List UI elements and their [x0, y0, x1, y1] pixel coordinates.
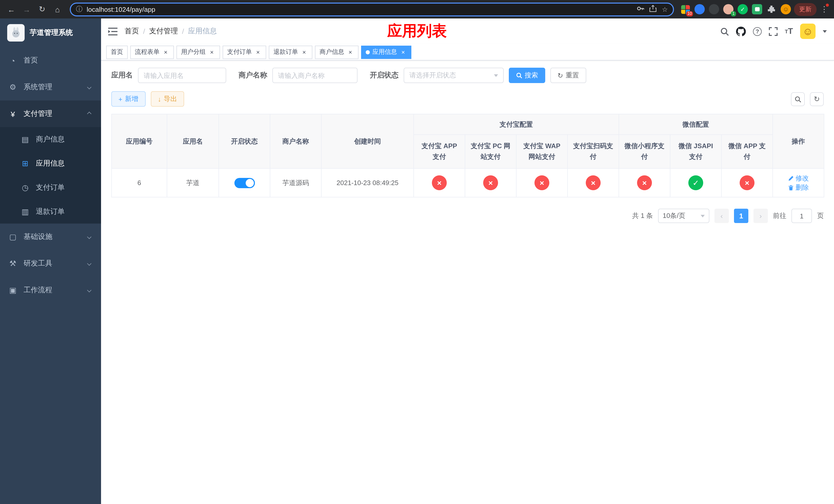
- site-info-icon[interactable]: ⓘ: [76, 5, 83, 14]
- sidebar-item-infrastructure[interactable]: ▢ 基础设施: [0, 224, 101, 250]
- tab-pay-orders[interactable]: 支付订单×: [223, 45, 266, 59]
- browser-home-icon[interactable]: ⌂: [51, 3, 64, 15]
- address-bar[interactable]: ⓘ localhost:1024/pay/app ☆: [70, 2, 674, 16]
- breadcrumb: 首页 / 支付管理 / 应用信息: [125, 27, 217, 36]
- extension-badge: 10: [686, 11, 693, 17]
- help-icon[interactable]: ?: [753, 27, 762, 36]
- extension-drop-icon[interactable]: [695, 4, 705, 14]
- col-alipay-pc: 支付宝 PC 网站支付: [465, 135, 516, 168]
- prev-page-icon[interactable]: ‹: [715, 209, 729, 223]
- sidebar-item-home[interactable]: ◔ 首页: [0, 47, 101, 74]
- update-notification-dot: [826, 4, 829, 7]
- next-page-icon[interactable]: ›: [753, 209, 768, 223]
- sidebar-item-payment[interactable]: ¥ 支付管理: [0, 100, 101, 127]
- search-button[interactable]: 搜索: [509, 68, 545, 83]
- delete-button[interactable]: 删除: [788, 183, 809, 192]
- github-icon[interactable]: [736, 26, 746, 36]
- tab-user-group[interactable]: 用户分组×: [176, 45, 220, 59]
- sidebar-item-pay-orders[interactable]: ◷ 支付订单: [0, 175, 101, 200]
- hamburger-icon[interactable]: [108, 27, 117, 35]
- navbar: 首页 / 支付管理 / 应用信息 应用列表 ?: [101, 19, 834, 44]
- tab-close-icon[interactable]: ×: [162, 48, 169, 55]
- status-toggle[interactable]: [234, 178, 255, 188]
- wechat-mini-status-icon: [637, 175, 652, 190]
- alipay-pc-status-icon: [483, 175, 498, 190]
- share-icon[interactable]: [650, 5, 657, 14]
- page-size-select[interactable]: 10条/页: [658, 209, 709, 223]
- toggle-search-icon[interactable]: [791, 92, 805, 106]
- password-key-icon[interactable]: [637, 5, 644, 14]
- status-select[interactable]: 请选择开启状态: [404, 68, 504, 83]
- extensions-puzzle-icon[interactable]: [766, 4, 776, 14]
- extension-devtool-icon[interactable]: [752, 4, 762, 14]
- extension-grid-icon[interactable]: 10: [680, 4, 690, 14]
- grid-icon: ⊞: [21, 159, 30, 168]
- col-wechat-app: 微信 APP 支付: [721, 135, 773, 168]
- logo-rabbit-icon: [7, 24, 25, 42]
- select-caret-icon: [494, 74, 498, 77]
- extension-dark-icon[interactable]: [709, 4, 719, 14]
- extension-green-circle-icon[interactable]: ✓: [738, 4, 748, 14]
- page-number-button[interactable]: 1: [734, 209, 748, 223]
- tab-close-icon[interactable]: ×: [347, 48, 354, 55]
- tab-home[interactable]: 首页: [106, 45, 128, 59]
- tab-merchant-info[interactable]: 商户信息×: [315, 45, 358, 59]
- tab-app-info[interactable]: 应用信息×: [361, 45, 411, 59]
- extension-avatar-icon[interactable]: 1: [723, 4, 733, 14]
- chevron-down-icon: [87, 85, 91, 90]
- app-name-input[interactable]: [144, 71, 221, 79]
- sidebar-item-merchant-info[interactable]: ▤ 商户信息: [0, 127, 101, 151]
- browser-update-button[interactable]: 更新: [794, 3, 816, 16]
- browser-reload-icon[interactable]: ↻: [36, 3, 48, 15]
- export-button[interactable]: ↓ 导出: [151, 91, 184, 107]
- sidebar-item-refund-orders[interactable]: ▥ 退款订单: [0, 200, 101, 224]
- table-toolbar: + 新增 ↓ 导出 ↻: [111, 91, 824, 107]
- col-merchant: 商户名称: [270, 114, 321, 168]
- app-name-label: 应用名: [111, 71, 133, 80]
- col-wechat-mini: 微信小程序支付: [619, 135, 670, 168]
- tab-close-icon[interactable]: ×: [208, 48, 215, 55]
- browser-forward-icon[interactable]: →: [21, 3, 33, 15]
- tab-close-icon[interactable]: ×: [255, 48, 262, 55]
- profile-avatar-icon[interactable]: ☺: [781, 4, 791, 14]
- sidebar-item-app-info[interactable]: ⊞ 应用信息: [0, 151, 101, 175]
- plus-icon: +: [118, 95, 122, 103]
- alipay-qr-status-icon: [586, 175, 601, 190]
- sidebar-item-system[interactable]: ⚙ 系统管理: [0, 74, 101, 100]
- edit-button[interactable]: 修改: [788, 174, 809, 183]
- user-avatar[interactable]: ☺: [800, 24, 815, 39]
- browser-back-icon[interactable]: ←: [5, 3, 18, 15]
- card-icon: ▤: [21, 135, 30, 144]
- reset-button[interactable]: ↻ 重置: [550, 68, 586, 83]
- goto-page-input[interactable]: [791, 209, 812, 223]
- cell-merchant: 芋道源码: [270, 168, 321, 197]
- alipay-wap-status-icon: [534, 175, 549, 190]
- col-app-name: 应用名: [167, 114, 219, 168]
- sidebar-item-dev-tools[interactable]: ⚒ 研发工具: [0, 250, 101, 277]
- tab-process-form[interactable]: 流程表单×: [130, 45, 174, 59]
- refresh-table-icon[interactable]: ↻: [810, 92, 824, 106]
- wechat-app-status-icon: [740, 175, 754, 190]
- tab-close-icon[interactable]: ×: [399, 48, 407, 55]
- chevron-up-icon: [87, 112, 91, 116]
- font-size-icon[interactable]: TT: [785, 27, 793, 36]
- select-caret-icon: [701, 214, 705, 217]
- add-button[interactable]: + 新增: [111, 91, 146, 107]
- tab-refund-orders[interactable]: 退款订单×: [269, 45, 312, 59]
- table-row: 6 芋道 芋道源码 2021-10-23 08:49:25: [112, 168, 824, 197]
- sidebar-logo[interactable]: 芋道管理系统: [0, 19, 101, 47]
- document-icon: ▥: [21, 207, 30, 216]
- bookmark-star-icon[interactable]: ☆: [662, 5, 668, 13]
- col-wechat-jsapi: 微信 JSAPI 支付: [670, 135, 721, 168]
- cell-created: 2021-10-23 08:49:25: [321, 168, 414, 197]
- header-search-icon[interactable]: [720, 27, 729, 36]
- fullscreen-icon[interactable]: [769, 27, 777, 36]
- yen-icon: ¥: [8, 110, 18, 118]
- merchant-name-input[interactable]: [278, 71, 352, 79]
- avatar-caret-down-icon[interactable]: [823, 30, 827, 32]
- breadcrumb-payment[interactable]: 支付管理: [149, 27, 178, 36]
- tab-close-icon[interactable]: ×: [301, 48, 308, 55]
- browser-menu-icon[interactable]: ⋮: [820, 5, 829, 14]
- sidebar-item-workflow[interactable]: ▣ 工作流程: [0, 277, 101, 303]
- breadcrumb-home[interactable]: 首页: [125, 27, 139, 36]
